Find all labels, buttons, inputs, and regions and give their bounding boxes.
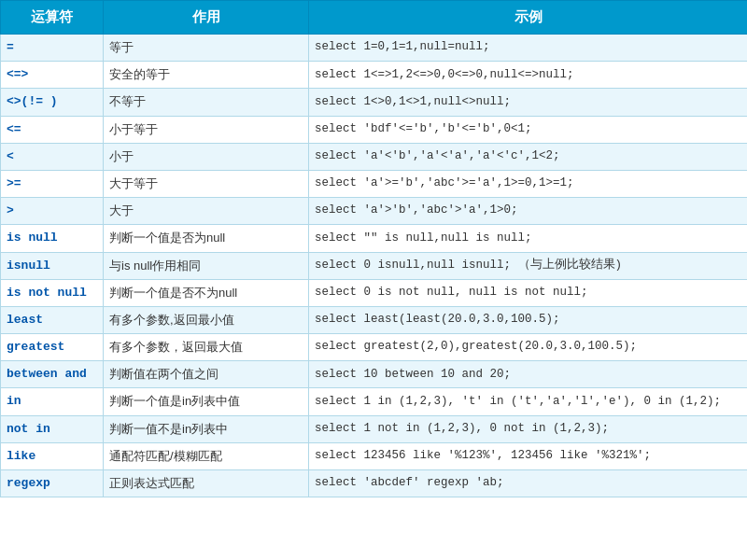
example-cell: select 'a'>='b','abc'>='a',1>=0,1>=1; [309,170,748,197]
desc-cell: 判断值在两个值之间 [104,361,309,388]
table-row: like通配符匹配/模糊匹配select 123456 like '%123%'… [1,442,748,469]
desc-cell: 安全的等于 [104,62,309,89]
operator-cell: regexp [1,470,104,497]
operator-cell: not in [1,415,104,442]
example-cell: select 123456 like '%123%', 123456 like … [309,442,748,469]
table-row: isnull与is null作用相同select 0 isnull,null i… [1,252,748,279]
table-row: regexp正则表达式匹配select 'abcdef' regexp 'ab; [1,470,748,497]
operators-table: 运算符 作用 示例 =等于select 1=0,1=1,null=null;<=… [0,0,747,497]
header-desc: 作用 [104,1,309,35]
example-cell: select 'bdf'<='b','b'<='b',0<1; [309,116,748,143]
desc-cell: 小于等于 [104,116,309,143]
desc-cell: 大于 [104,198,309,225]
header-operator: 运算符 [1,1,104,35]
table-row: <>(!= )不等于select 1<>0,1<>1,null<>null; [1,89,748,116]
desc-cell: 判断一个值是否为null [104,225,309,252]
example-cell: select 0 isnull,null isnull; （与上例比较结果) [309,252,748,279]
operator-cell: <>(!= ) [1,89,104,116]
desc-cell: 判断一值不是in列表中 [104,415,309,442]
table-row: >大于select 'a'>'b','abc'>'a',1>0; [1,198,748,225]
desc-cell: 有多个参数，返回最大值 [104,334,309,361]
example-cell: select 1 in (1,2,3), 't' in ('t','a','l'… [309,388,748,415]
example-cell: select "" is null,null is null; [309,225,748,252]
desc-cell: 判断一个值是in列表中值 [104,388,309,415]
operator-cell: >= [1,170,104,197]
table-row: between and判断值在两个值之间select 10 between 10… [1,361,748,388]
desc-cell: 小于 [104,143,309,170]
desc-cell: 不等于 [104,89,309,116]
operator-cell: least [1,306,104,333]
table-row: <=小于等于select 'bdf'<='b','b'<='b',0<1; [1,116,748,143]
example-cell: select 1 not in (1,2,3), 0 not in (1,2,3… [309,415,748,442]
table-row: is null判断一个值是否为nullselect "" is null,nul… [1,225,748,252]
example-cell: select 1<>0,1<>1,null<>null; [309,89,748,116]
desc-cell: 判断一个值是否不为null [104,279,309,306]
desc-cell: 与is null作用相同 [104,252,309,279]
example-cell: select 0 is not null, null is not null; [309,279,748,306]
operator-cell: is not null [1,279,104,306]
example-cell: select least(least(20.0,3.0,100.5); [309,306,748,333]
operator-cell: in [1,388,104,415]
example-cell: select greatest(2,0),greatest(20.0,3.0,1… [309,334,748,361]
operator-cell: < [1,143,104,170]
table-row: greatest有多个参数，返回最大值select greatest(2,0),… [1,334,748,361]
operator-cell: like [1,442,104,469]
operator-cell: = [1,35,104,62]
table-row: least有多个参数,返回最小值select least(least(20.0,… [1,306,748,333]
operator-cell: > [1,198,104,225]
example-cell: select 'a'>'b','abc'>'a',1>0; [309,198,748,225]
desc-cell: 大于等于 [104,170,309,197]
operator-cell: <= [1,116,104,143]
desc-cell: 等于 [104,35,309,62]
table-row: is not null判断一个值是否不为nullselect 0 is not … [1,279,748,306]
operator-cell: greatest [1,334,104,361]
example-cell: select 'a'<'b','a'<'a','a'<'c',1<2; [309,143,748,170]
operator-cell: is null [1,225,104,252]
operator-cell: isnull [1,252,104,279]
desc-cell: 有多个参数,返回最小值 [104,306,309,333]
example-cell: select 'abcdef' regexp 'ab; [309,470,748,497]
table-row: <小于select 'a'<'b','a'<'a','a'<'c',1<2; [1,143,748,170]
table-row: <=>安全的等于select 1<=>1,2<=>0,0<=>0,null<=>… [1,62,748,89]
desc-cell: 正则表达式匹配 [104,470,309,497]
example-cell: select 1<=>1,2<=>0,0<=>0,null<=>null; [309,62,748,89]
table-row: not in判断一值不是in列表中select 1 not in (1,2,3)… [1,415,748,442]
table-row: >=大于等于select 'a'>='b','abc'>='a',1>=0,1>… [1,170,748,197]
header-example: 示例 [309,1,748,35]
example-cell: select 1=0,1=1,null=null; [309,35,748,62]
operator-cell: <=> [1,62,104,89]
table-row: in判断一个值是in列表中值select 1 in (1,2,3), 't' i… [1,388,748,415]
desc-cell: 通配符匹配/模糊匹配 [104,442,309,469]
table-header-row: 运算符 作用 示例 [1,1,748,35]
table-row: =等于select 1=0,1=1,null=null; [1,35,748,62]
operator-cell: between and [1,361,104,388]
example-cell: select 10 between 10 and 20; [309,361,748,388]
